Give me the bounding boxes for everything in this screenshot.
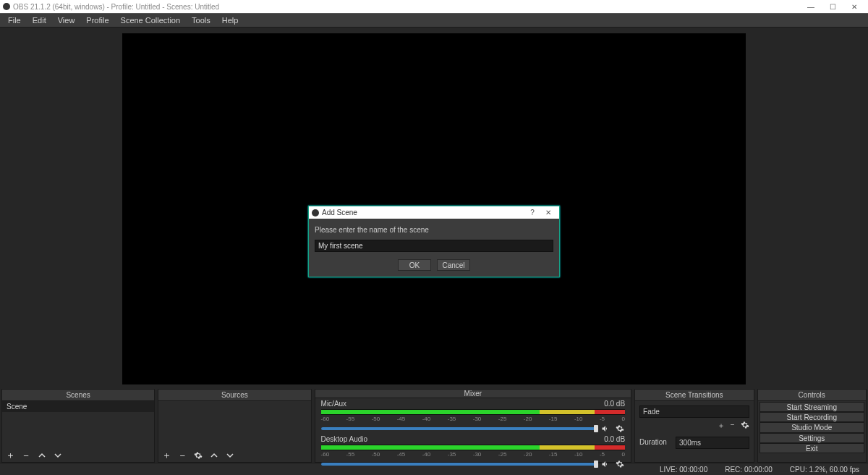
settings-button[interactable]: Settings (760, 433, 864, 443)
transition-duration-label: Duration (639, 438, 673, 446)
scene-remove-icon[interactable]: − (21, 450, 31, 461)
channel-settings-icon[interactable] (615, 424, 625, 434)
transition-select[interactable]: Fade (639, 405, 749, 418)
window-titlebar: OBS 21.1.2 (64bit, windows) - Profile: U… (0, 0, 868, 13)
dock-sources: Sources ＋ − (158, 389, 311, 463)
mute-icon[interactable] (600, 424, 610, 434)
scene-down-icon[interactable] (53, 450, 63, 461)
status-rec: REC: 00:00:00 (725, 466, 773, 474)
transition-duration-input[interactable]: 300ms (676, 437, 749, 449)
dock-transitions: Scene Transitions Fade ＋ − Duration 300m… (634, 389, 754, 463)
menu-scene-collection[interactable]: Scene Collection (116, 14, 186, 26)
mixer-channel-mic: Mic/Aux 0.0 dB -60-55-50-45-40-35-30-25-… (315, 398, 631, 434)
transition-add-icon[interactable]: ＋ (718, 421, 725, 431)
source-down-icon[interactable] (225, 450, 235, 461)
scene-add-icon[interactable]: ＋ (5, 450, 15, 461)
mixer-channel-level: 0.0 dB (604, 435, 625, 443)
mixer-channel-level: 0.0 dB (604, 400, 625, 408)
exit-button[interactable]: Exit (760, 443, 864, 453)
dialog-help-button[interactable]: ? (524, 209, 540, 217)
start-streaming-button[interactable]: Start Streaming (760, 402, 864, 412)
mixer-ticks: -60-55-50-45-40-35-30-25-20-15-10-50 (321, 416, 626, 422)
menu-file[interactable]: File (3, 14, 26, 26)
mute-icon[interactable] (600, 459, 610, 469)
dock-controls-header: Controls (758, 390, 866, 401)
dialog-title: Add Scene (322, 209, 524, 217)
dialog-ok-button[interactable]: OK (398, 259, 431, 271)
transition-remove-icon[interactable]: − (731, 421, 735, 431)
window-title: OBS 21.1.2 (64bit, windows) - Profile: U… (13, 3, 800, 11)
menubar: File Edit View Profile Scene Collection … (0, 13, 868, 28)
sources-toolbar: ＋ − (158, 449, 310, 462)
mixer-channel-desktop: Desktop Audio 0.0 dB -60-55-50-45-40-35-… (315, 434, 631, 469)
dialog-close-button[interactable]: ✕ (540, 209, 556, 217)
menu-edit[interactable]: Edit (27, 14, 51, 26)
menu-profile[interactable]: Profile (81, 14, 114, 26)
mixer-channel-name: Desktop Audio (321, 435, 368, 443)
dialog-cancel-button[interactable]: Cancel (437, 259, 470, 271)
dock-scenes-header: Scenes (2, 390, 154, 401)
dock-mixer-header: Mixer (315, 390, 631, 398)
maximize-button[interactable]: ☐ (822, 0, 843, 13)
dialog-titlebar: Add Scene ? ✕ (309, 206, 559, 219)
source-add-icon[interactable]: ＋ (161, 450, 171, 461)
studio-mode-button[interactable]: Studio Mode (760, 422, 864, 432)
scene-up-icon[interactable] (37, 450, 47, 461)
source-settings-icon[interactable] (193, 450, 203, 461)
dock-controls: Controls Start Streaming Start Recording… (757, 389, 867, 463)
menu-tools[interactable]: Tools (187, 14, 216, 26)
mixer-meter (321, 445, 626, 450)
add-scene-dialog: Add Scene ? ✕ Please enter the name of t… (308, 206, 560, 277)
mixer-ticks: -60-55-50-45-40-35-30-25-20-15-10-50 (321, 451, 626, 458)
source-up-icon[interactable] (209, 450, 219, 461)
start-recording-button[interactable]: Start Recording (760, 412, 864, 422)
transition-settings-icon[interactable] (741, 421, 749, 431)
source-remove-icon[interactable]: − (177, 450, 187, 461)
dock-sources-header: Sources (158, 390, 310, 401)
dock-scenes: Scenes Scene ＋ − (1, 389, 155, 463)
mixer-channel-name: Mic/Aux (321, 400, 347, 408)
obs-icon (3, 3, 10, 10)
mixer-volume-slider[interactable] (321, 463, 597, 466)
docks-row: Scenes Scene ＋ − Sources ＋ − Mixer (0, 389, 868, 463)
channel-settings-icon[interactable] (615, 459, 625, 469)
scene-list-item[interactable]: Scene (2, 401, 154, 412)
mixer-meter (321, 409, 626, 415)
dialog-icon (312, 209, 319, 217)
close-button[interactable]: ✕ (843, 0, 865, 13)
dialog-prompt: Please enter the name of the scene (315, 226, 553, 234)
menu-help[interactable]: Help (217, 14, 244, 26)
mixer-volume-slider[interactable] (321, 427, 597, 430)
status-live: LIVE: 00:00:00 (660, 466, 707, 474)
scene-name-input[interactable] (315, 240, 553, 252)
minimize-button[interactable]: — (800, 0, 822, 13)
dock-transitions-header: Scene Transitions (635, 390, 753, 401)
dock-mixer: Mixer Mic/Aux 0.0 dB -60-55-50-45-40-35-… (315, 389, 632, 463)
menu-view[interactable]: View (53, 14, 80, 26)
status-cpu: CPU: 1.2%, 60.00 fps (790, 466, 859, 474)
scenes-toolbar: ＋ − (2, 449, 154, 462)
